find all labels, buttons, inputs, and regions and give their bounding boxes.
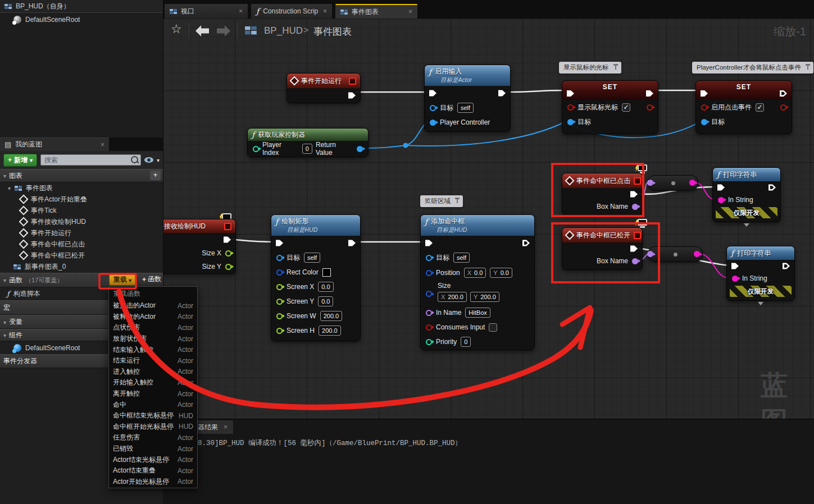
- section-graphs[interactable]: 图表 +: [0, 169, 163, 182]
- node-print-string-bottom[interactable]: 打印字符串 In String 仅限开发: [726, 246, 795, 301]
- close-icon[interactable]: [408, 8, 412, 16]
- in-name-pin[interactable]: [426, 310, 432, 316]
- menu-item[interactable]: 命中Actor: [109, 399, 197, 410]
- close-icon[interactable]: [323, 7, 327, 15]
- target-pin[interactable]: [701, 119, 707, 125]
- show-mouse-cursor-pin[interactable]: [567, 104, 574, 111]
- exec-out-pin[interactable]: [224, 236, 231, 244]
- tab-viewport[interactable]: 视口: [165, 4, 248, 19]
- node-set-show-mouse-cursor[interactable]: SET 显示鼠标光标 目标: [562, 80, 658, 134]
- collapsed-conversion-node[interactable]: [648, 246, 703, 262]
- collapse-triangle-icon[interactable]: [3, 331, 6, 339]
- menu-item[interactable]: 被点击的ActorActor: [109, 300, 197, 311]
- chevron-down-icon[interactable]: [157, 156, 160, 164]
- size-y-value[interactable]: Y200.0: [470, 292, 499, 302]
- node-comment-player-controller[interactable]: PlayerController才会将鼠标点击事件: [692, 62, 813, 74]
- target-pin[interactable]: [567, 119, 574, 125]
- node-draw-rect[interactable]: 绘制矩形 目标是HUD 目标 self Rect Color Screen X …: [271, 214, 361, 341]
- exec-out-pin[interactable]: [768, 184, 776, 191]
- output-value-pin[interactable]: [780, 104, 786, 111]
- size-x-value[interactable]: X200.0: [438, 292, 467, 302]
- menu-item[interactable]: Actor开始光标悬停Actor: [109, 476, 197, 488]
- node-add-hit-box[interactable]: 添加命中框 目标是HUD 目标 self Position X0.0 Y0.0 …: [420, 214, 535, 350]
- add-graph-button[interactable]: +: [150, 171, 161, 180]
- menu-item[interactable]: 离开触控Actor: [109, 388, 197, 400]
- node-set-enable-click-events[interactable]: SET 启用点击事件 目标: [695, 80, 792, 134]
- menu-item[interactable]: 命中框开始光标悬停HUD: [109, 421, 197, 433]
- node-event-hitbox-released[interactable]: 事件命中框已松开 Box Name: [562, 227, 643, 270]
- exec-out-pin[interactable]: [522, 240, 530, 247]
- node-event-receive-draw-hud[interactable]: 事件接收绘制HUD Size X Size Y: [163, 219, 236, 274]
- output-value-pin[interactable]: [647, 104, 653, 111]
- menu-item[interactable]: 结束输入触控Actor: [109, 344, 197, 355]
- menu-item[interactable]: 结束运行Actor: [109, 355, 197, 366]
- rect-color-pin[interactable]: [276, 269, 283, 276]
- favorite-star-icon[interactable]: [171, 22, 182, 36]
- menu-item[interactable]: 任意伤害Actor: [109, 432, 197, 443]
- screen-y-pin[interactable]: [276, 299, 283, 305]
- rect-color-swatch[interactable]: [322, 268, 331, 277]
- section-functions[interactable]: 函数 （17可覆盖） 重载 函数: [0, 273, 163, 287]
- node-comment-show-cursor[interactable]: 显示鼠标的光标: [559, 62, 621, 74]
- exec-out-pin[interactable]: [630, 191, 638, 198]
- player-index-pin[interactable]: [253, 146, 259, 152]
- enable-click-events-checkbox[interactable]: [756, 103, 764, 112]
- exec-out-pin[interactable]: [783, 263, 790, 270]
- menu-item[interactable]: 开始输入触控Actor: [109, 377, 197, 388]
- show-mouse-cursor-checkbox[interactable]: [622, 103, 630, 112]
- tree-item-event[interactable]: 事件开始运行: [0, 227, 163, 239]
- node-event-hitbox-clicked[interactable]: 事件命中框已点击 Box Name: [562, 173, 643, 216]
- collapse-triangle-icon[interactable]: [3, 318, 6, 326]
- player-index-value[interactable]: 0: [302, 144, 312, 154]
- target-pin[interactable]: [426, 255, 432, 261]
- collapse-triangle-icon[interactable]: [8, 184, 11, 192]
- position-y-value[interactable]: Y0.0: [490, 268, 512, 278]
- pin-comment-icon[interactable]: [805, 63, 811, 71]
- position-x-value[interactable]: X0.0: [464, 268, 486, 278]
- close-icon[interactable]: [239, 7, 243, 15]
- in-string-pin[interactable]: [718, 197, 724, 203]
- search-input[interactable]: [40, 154, 141, 166]
- menu-item[interactable]: 命中框结束光标悬停HUD: [109, 410, 197, 421]
- tab-construction-script[interactable]: Construction Scrip: [251, 4, 332, 19]
- box-name-pin[interactable]: [632, 258, 638, 264]
- expand-node-arrow[interactable]: [758, 302, 763, 305]
- name-in-pin[interactable]: [647, 251, 653, 257]
- player-controller-pin[interactable]: [430, 120, 436, 126]
- screen-x-value[interactable]: 0.0: [318, 282, 333, 292]
- size-x-pin[interactable]: [225, 250, 231, 256]
- exec-out-pin[interactable]: [348, 92, 356, 99]
- exec-in-pin[interactable]: [276, 240, 283, 247]
- screen-w-pin[interactable]: [276, 313, 283, 319]
- exec-out-pin[interactable]: [630, 245, 638, 253]
- breadcrumb-root[interactable]: BP_HUD: [264, 25, 303, 36]
- target-pin[interactable]: [276, 255, 283, 261]
- menu-item[interactable]: Actor结束光标悬停Actor: [109, 454, 197, 465]
- back-arrow-icon[interactable]: [195, 25, 209, 36]
- menu-item[interactable]: 已销毁Actor: [109, 443, 197, 455]
- tree-item-event[interactable]: 事件命中框已松开: [0, 250, 163, 261]
- tab-event-graph[interactable]: 事件图表: [335, 4, 417, 19]
- collapse-triangle-icon[interactable]: [3, 276, 6, 284]
- return-value-pin[interactable]: [357, 146, 363, 152]
- screen-h-value[interactable]: 200.0: [319, 326, 341, 336]
- expand-node-arrow[interactable]: [744, 223, 749, 227]
- visibility-eye-icon[interactable]: [144, 157, 153, 163]
- tree-item-event[interactable]: 事件命中框已点击: [0, 239, 163, 250]
- add-new-button[interactable]: 新增: [3, 154, 37, 167]
- name-in-pin[interactable]: [647, 180, 653, 186]
- exec-out-pin[interactable]: [348, 240, 356, 247]
- pin-comment-icon[interactable]: [454, 197, 461, 204]
- tree-item-new-event-graph[interactable]: 新事件图表_0: [0, 261, 163, 273]
- string-out-pin[interactable]: [694, 251, 700, 257]
- exec-out-pin[interactable]: [498, 90, 506, 97]
- menu-item[interactable]: 进入触控Actor: [109, 366, 197, 378]
- add-function-button[interactable]: 函数: [142, 274, 161, 284]
- node-event-begin-play[interactable]: 事件开始运行: [287, 73, 361, 103]
- component-item-default-scene-root[interactable]: DefaultSceneRoot: [0, 13, 163, 26]
- tree-item-event[interactable]: 事件接收绘制HUD: [0, 216, 163, 227]
- target-pin[interactable]: [430, 105, 436, 111]
- exec-in-pin[interactable]: [731, 263, 739, 270]
- box-name-pin[interactable]: [632, 204, 638, 210]
- screen-h-pin[interactable]: [276, 328, 283, 334]
